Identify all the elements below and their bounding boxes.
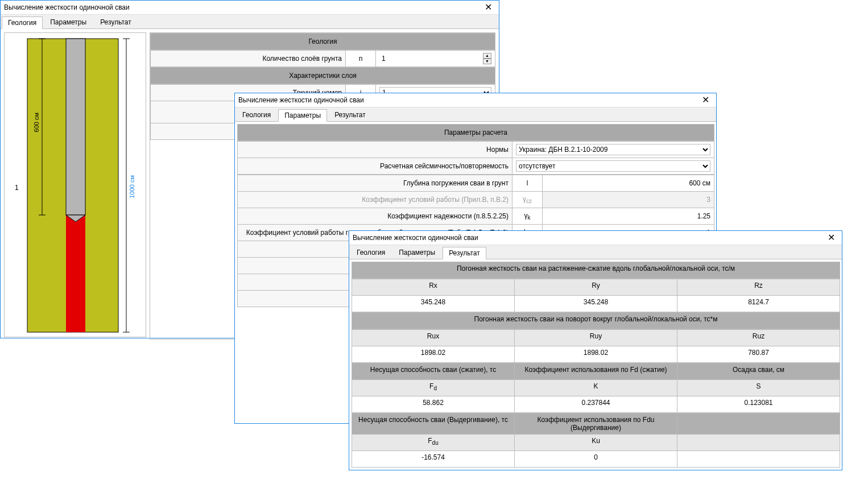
ku-header: Коэффициент использования по Fdu (Выдерг… xyxy=(515,414,677,435)
ruz-label: Ruz xyxy=(677,330,840,346)
layer-count-input[interactable] xyxy=(379,54,483,63)
fdu-value: -16.574 xyxy=(352,451,515,468)
dim-600: 600 см xyxy=(33,113,40,132)
geology-header: Геология xyxy=(151,34,495,50)
svg-rect-2 xyxy=(66,39,85,215)
window-title: Вычисление жесткости одиночной сваи xyxy=(353,234,824,242)
s-header: Осадка сваи, см xyxy=(677,363,840,380)
window-result: Вычисление жесткости одиночной сваи ✕ Ге… xyxy=(349,230,842,470)
gcz-sym: γcz xyxy=(512,192,543,208)
tabs: Геология Параметры Результат xyxy=(349,245,842,259)
tab-result[interactable]: Результат xyxy=(94,16,138,28)
depth-field[interactable]: 600 см xyxy=(543,175,714,192)
ruz-value: 780.87 xyxy=(677,346,840,363)
tabs: Геология Параметры Результат xyxy=(235,108,716,122)
rz-value: 8124.7 xyxy=(677,296,840,312)
layer-props-header: Характеристики слоя xyxy=(151,68,495,84)
fdu-header: Несущая способность сваи (Выдергивание),… xyxy=(352,414,515,435)
layer-count-field[interactable]: ▲▼ xyxy=(376,51,495,67)
tab-result[interactable]: Результат xyxy=(328,109,372,121)
k-sym: K xyxy=(515,380,677,396)
close-icon[interactable]: ✕ xyxy=(824,233,838,242)
rz-label: Rz xyxy=(677,279,840,296)
gk-field[interactable]: 1.25 xyxy=(543,208,714,225)
tab-geology[interactable]: Геология xyxy=(236,109,277,121)
ku-sym: Ku xyxy=(515,435,677,451)
chevron-up-icon[interactable]: ▲ xyxy=(483,53,491,59)
titlebar: Вычисление жесткости одиночной сваи ✕ xyxy=(349,231,842,245)
fd-value: 58.862 xyxy=(352,396,515,413)
titlebar: Вычисление жесткости одиночной сваи ✕ xyxy=(1,1,499,15)
result-stiff-trans: Погонная жесткость сваи на растяжение-сж… xyxy=(352,262,840,279)
tab-params[interactable]: Параметры xyxy=(392,246,441,259)
pile-diagram: 600 см 1000 см 1 xyxy=(4,32,146,337)
result-capacity-comp: Несущая способность сваи (сжатие), тс Ко… xyxy=(352,363,840,413)
fdu-sym: Fdu xyxy=(352,435,515,451)
ruy-label: Ruy xyxy=(515,330,677,346)
rx-label: Rx xyxy=(352,279,515,296)
fd-header: Несущая способность сваи (сжатие), тс xyxy=(352,363,515,380)
ku-value: 0 xyxy=(515,451,677,468)
tab-geology[interactable]: Геология xyxy=(2,16,43,29)
rux-label: Rux xyxy=(352,330,515,346)
tab-geology[interactable]: Геология xyxy=(350,246,391,259)
chevron-down-icon[interactable]: ▼ xyxy=(483,59,491,64)
ry-label: Ry xyxy=(515,279,677,296)
titlebar: Вычисление жесткости одиночной сваи ✕ xyxy=(235,93,716,108)
s-sym: S xyxy=(677,380,840,396)
geology-table: Геология xyxy=(150,33,495,50)
ry-value: 345.248 xyxy=(515,296,677,312)
tab-result[interactable]: Результат xyxy=(443,247,486,259)
dim-1000: 1000 см xyxy=(129,175,135,199)
gk-label: Коэффициент надежности (п.8.5.2.25) xyxy=(238,208,512,225)
seism-label: Расчетная сейсмичность/повторяемость xyxy=(238,158,512,175)
norms-select[interactable]: Украина: ДБН В.2.1-10-2009 xyxy=(512,142,714,158)
depth-label: Глубина погружения сваи в грунт xyxy=(238,175,512,192)
tab-params[interactable]: Параметры xyxy=(44,16,93,28)
k-value: 0.237844 xyxy=(515,396,677,413)
k-header: Коэффициент использования по Fd (сжатие) xyxy=(515,363,677,380)
ruy-value: 1898.02 xyxy=(515,346,677,363)
layer-count-label: Количество слоёв грунта xyxy=(151,51,346,67)
params-header: Параметры расчета xyxy=(238,125,714,141)
fd-sym: Fd xyxy=(352,380,515,396)
gk-sym: γk xyxy=(512,208,543,225)
result-capacity-pull: Несущая способность сваи (Выдергивание),… xyxy=(352,413,840,468)
gcz-field: 3 xyxy=(543,192,714,208)
rux-value: 1898.02 xyxy=(352,346,515,363)
layer-index-label: 1 xyxy=(15,184,19,192)
s-value: 0.123081 xyxy=(677,396,840,413)
window-title: Вычисление жесткости одиночной сваи xyxy=(238,96,698,104)
depth-sym: l xyxy=(512,175,543,192)
norms-label: Нормы xyxy=(238,142,512,158)
result-stiff-rot: Погонная жесткость сваи на поворот вокру… xyxy=(352,312,840,329)
layer-count-sym: n xyxy=(346,51,376,67)
window-title: Вычисление жесткости одиночной сваи xyxy=(4,3,481,11)
seism-select[interactable]: отсутствует xyxy=(512,158,714,175)
gcz-label: Коэффициент условий работы (Прил.В, п.В.… xyxy=(238,192,512,208)
tabs: Геология Параметры Результат xyxy=(1,15,499,29)
rx-value: 345.248 xyxy=(352,296,515,312)
params-table: Нормы Украина: ДБН В.2.1-10-2009 Расчетн… xyxy=(237,141,714,175)
tab-params[interactable]: Параметры xyxy=(278,109,327,122)
close-icon[interactable]: ✕ xyxy=(481,3,495,12)
close-icon[interactable]: ✕ xyxy=(698,96,713,105)
